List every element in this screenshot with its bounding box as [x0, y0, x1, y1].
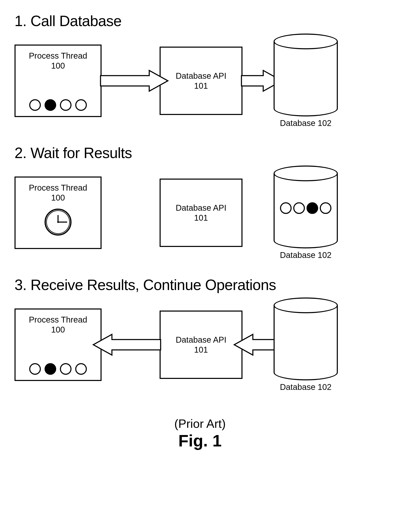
- database-label: Database 102: [280, 250, 331, 260]
- database-cylinder-icon: [274, 298, 338, 380]
- arrow-right-1: [102, 68, 160, 93]
- figure-number: Fig. 1: [8, 431, 392, 450]
- dot-empty: [320, 203, 331, 214]
- row-1: Process Thread 100 Database API 101: [14, 34, 392, 128]
- api-label: Database API 101: [176, 335, 226, 355]
- section-text: Call Database: [31, 13, 122, 29]
- section-text: Receive Results, Continue Operations: [31, 277, 276, 293]
- process-thread-box: Process Thread 100: [14, 44, 102, 117]
- arrow-left-2: [243, 332, 274, 357]
- section-title-1: 1. Call Database: [14, 13, 392, 29]
- dot-filled: [45, 99, 56, 111]
- dot-empty: [280, 203, 292, 214]
- process-dots: [16, 363, 101, 375]
- database-label: Database 102: [280, 119, 331, 128]
- dot-filled: [307, 203, 318, 214]
- arrow-right-2: [243, 68, 274, 93]
- database-api-box: Database API 101: [160, 310, 243, 379]
- dot-empty: [60, 363, 71, 375]
- dot-empty: [29, 363, 41, 375]
- arrow-left-1: [102, 332, 160, 357]
- process-thread-box: Process Thread 100: [14, 177, 102, 249]
- dot-empty: [29, 99, 41, 111]
- database-cylinder-col: Database 102: [274, 298, 338, 392]
- database-dots: [280, 203, 331, 214]
- database-cylinder-icon: [274, 165, 338, 248]
- figure-footer: (Prior Art) Fig. 1: [8, 417, 392, 450]
- database-api-box: Database API 101: [160, 179, 243, 247]
- database-cylinder-col: Database 102: [274, 34, 338, 128]
- section-wait-results: 2. Wait for Results Process Thread 100: [8, 144, 392, 260]
- section-text: Wait for Results: [31, 145, 132, 161]
- row-2: Process Thread 100 Database API 101: [14, 165, 392, 260]
- database-cylinder-icon: [274, 34, 338, 116]
- section-receive-results: 3. Receive Results, Continue Operations …: [8, 276, 392, 392]
- dot-empty: [75, 99, 87, 111]
- process-dots: [16, 99, 101, 111]
- section-num: 1.: [14, 13, 26, 29]
- prior-art-label: (Prior Art): [8, 417, 392, 431]
- row-3: Process Thread 100 Database API 101: [14, 298, 392, 392]
- section-num: 2.: [14, 145, 26, 161]
- section-title-3: 3. Receive Results, Continue Operations: [14, 276, 392, 293]
- clock-icon: [45, 209, 71, 235]
- dot-filled: [45, 363, 56, 375]
- section-num: 3.: [14, 277, 26, 293]
- dot-empty: [293, 203, 305, 214]
- process-thread-box: Process Thread 100: [14, 309, 102, 381]
- process-label: Process Thread 100: [29, 315, 87, 335]
- section-title-2: 2. Wait for Results: [14, 144, 392, 161]
- section-call-database: 1. Call Database Process Thread 100: [8, 13, 392, 128]
- dot-empty: [75, 363, 87, 375]
- process-label: Process Thread 100: [29, 51, 87, 71]
- dot-empty: [60, 99, 71, 111]
- api-label: Database API 101: [176, 71, 226, 91]
- database-api-box: Database API 101: [160, 47, 243, 115]
- api-label: Database API 101: [176, 203, 226, 223]
- database-label: Database 102: [280, 382, 331, 392]
- process-label: Process Thread 100: [29, 183, 87, 203]
- database-cylinder-col: Database 102: [274, 165, 338, 260]
